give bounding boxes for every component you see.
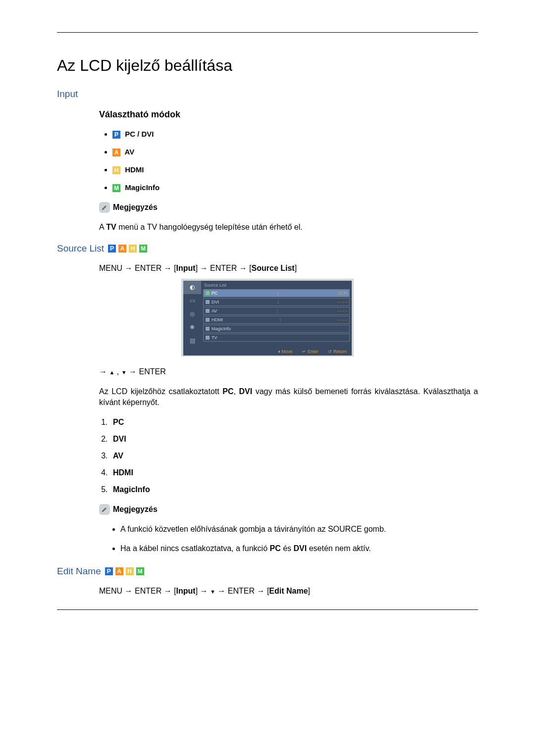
osd-screenshot: ◐ ▭ ◎ ✺ ▤ Source List PC:VCR DVI:- - - -… [181, 279, 354, 356]
mode-item: P PC / DVI [112, 130, 478, 139]
text-bold: TV [106, 223, 116, 231]
mode-p-icon: P [108, 245, 116, 252]
osd-row-value: VCR [338, 291, 347, 296]
check-icon [206, 309, 210, 313]
mode-m-icon: M [112, 184, 120, 192]
osd-row: DVI:- - - - [203, 298, 350, 306]
mode-m-icon: M [136, 567, 144, 575]
note-bullets: A funkció közvetlen előhívásának gombja … [57, 524, 478, 554]
text: Az LCD kijelzőhöz csatlakoztatott [99, 387, 222, 396]
bottom-rule [57, 609, 478, 610]
source-list-heading: Source List PAHM [57, 243, 478, 254]
icon-strip: PAHM [108, 245, 150, 252]
note-heading: Megjegyzés [99, 202, 478, 213]
note-pencil-icon [99, 504, 110, 515]
mode-label: MagicInfo [123, 183, 160, 192]
check-icon [206, 291, 210, 295]
numbered-list: PC DVI AV HDMI MagicInfo [99, 418, 478, 494]
mode-a-icon: A [112, 149, 120, 156]
arrow-nav: → , → ENTER [99, 367, 478, 376]
mode-label: PC / DVI [123, 130, 154, 138]
list-item: AV [110, 452, 478, 460]
input-heading: Input [57, 89, 478, 100]
osd-row: PC:VCR [203, 289, 350, 297]
note-label: Megjegyzés [113, 505, 158, 514]
text-bold: Input [176, 587, 196, 595]
note-pencil-icon [99, 202, 110, 213]
text: A funkció közvetlen előhívásának gombja … [120, 525, 386, 533]
text: → ENTER [127, 367, 166, 376]
osd-side-icon: ▭ [183, 294, 201, 307]
text: menü a TV hangolóegység telepítése után … [116, 223, 303, 231]
text: MENU → ENTER → [ [99, 587, 176, 595]
menu-path: MENU → ENTER → [Input] → ENTER → [Source… [99, 264, 478, 273]
text-bold: Source List [252, 264, 295, 272]
osd-row-value: - - - - [337, 308, 347, 313]
osd-row-value: - - - - [337, 317, 347, 322]
mode-item: A AV [112, 148, 478, 156]
text: → ENTER → [ [215, 587, 269, 595]
check-icon [206, 300, 210, 304]
mode-h-icon: H [129, 245, 137, 252]
osd-return-hint: ↺ Return [328, 349, 347, 354]
icon-strip: PAHM [105, 567, 147, 575]
mode-h-icon: H [112, 166, 120, 174]
osd-title: Source List [203, 282, 350, 289]
mode-item: M MagicInfo [112, 183, 478, 192]
mode-item: H HDMI [112, 165, 478, 174]
note-body: A TV menü a TV hangolóegység telepítése … [99, 222, 478, 233]
osd-side-icon: ◎ [183, 307, 201, 321]
check-icon [206, 318, 210, 322]
osd-side-icon: ✺ [183, 321, 201, 334]
osd-row-label: MagicInfo [212, 326, 231, 331]
text-bold: DVI [294, 544, 307, 553]
osd-content: Source List PC:VCR DVI:- - - - AV:- - - … [201, 281, 352, 348]
mode-p-icon: P [112, 131, 120, 139]
text: esetén nem aktív. [307, 544, 371, 553]
triangle-up-icon [109, 367, 114, 376]
mode-list: P PC / DVI A AV H HDMI M MagicInfo [57, 130, 478, 192]
list-item: DVI [110, 435, 478, 444]
mode-m-icon: M [139, 245, 147, 252]
list-item: HDMI [110, 468, 478, 477]
osd-row-label: PC [212, 291, 218, 296]
osd-move-hint: ♦ Move [278, 349, 292, 354]
modes-heading: Választható módok [99, 109, 478, 120]
list-item: A funkció közvetlen előhívásának gombja … [120, 524, 478, 535]
text: és [281, 544, 294, 553]
osd-row-label: TV [212, 335, 217, 340]
menu-path: MENU → ENTER → [Input] → → ENTER → [Edit… [99, 587, 478, 596]
text-bold: PC [222, 387, 233, 396]
triangle-down-icon [210, 587, 215, 595]
check-icon [206, 327, 210, 331]
text: A [99, 223, 106, 231]
osd-side-icon: ◐ [183, 281, 201, 294]
osd-row-value: - - - - [338, 300, 348, 304]
osd-row: AV:- - - - [203, 307, 350, 315]
check-icon [206, 336, 210, 340]
osd-enter-hint: ↵ Enter [302, 349, 318, 354]
osd-row-label: DVI [212, 300, 219, 304]
text: ] [295, 264, 297, 272]
text: ] → ENTER → [ [196, 264, 252, 272]
top-rule [57, 32, 478, 33]
osd-row: MagicInfo [203, 325, 350, 333]
list-item: Ha a kábel nincs csatlakoztatva, a funkc… [120, 543, 478, 554]
mode-label: AV [123, 148, 134, 156]
triangle-down-icon [121, 367, 127, 376]
mode-h-icon: H [126, 567, 134, 575]
text: ] [308, 587, 310, 595]
description: Az LCD kijelzőhöz csatlakoztatott PC, DV… [99, 386, 478, 408]
mode-label: HDMI [123, 165, 144, 174]
mode-a-icon: A [115, 567, 123, 575]
osd-footer: ♦ Move ↵ Enter ↺ Return [183, 348, 352, 355]
osd-row-label: HDMI [212, 317, 223, 322]
text-bold: DVI [239, 387, 252, 396]
text: ] → [196, 587, 210, 595]
list-item: PC [110, 418, 478, 427]
text: MENU → ENTER → [ [99, 264, 176, 272]
list-item: MagicInfo [110, 485, 478, 494]
text-bold: Edit Name [269, 587, 308, 595]
osd-row: HDMI:- - - - [203, 316, 350, 324]
page-title: Az LCD kijelző beállítása [57, 56, 478, 75]
